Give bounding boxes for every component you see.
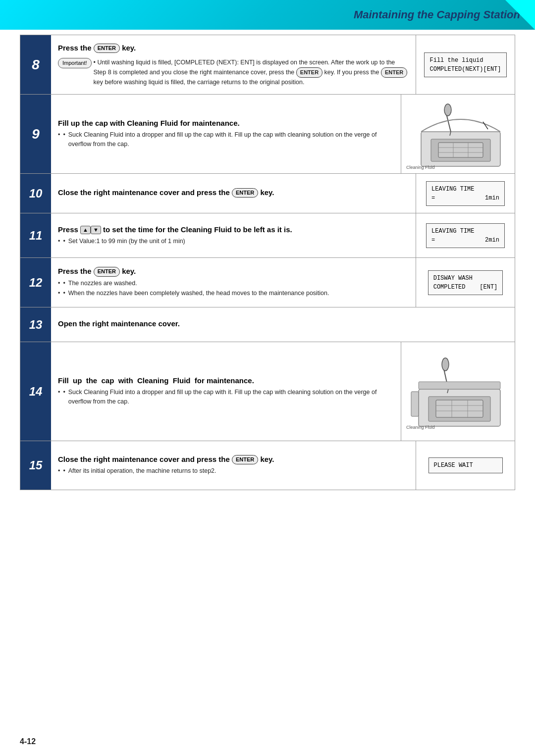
step-display-8: Fill the liquidCOMPLETED(NEXT)[ENT] [416,35,515,94]
content-area: 8 Press the ENTER key. Important! • Unti… [20,35,515,726]
step-display-12: DISWAY WASHCOMPLETED [ENT] [416,258,515,307]
svg-text:Cleaning Fluid: Cleaning Fluid [406,425,435,430]
step-title-12: Press the ENTER key. [58,266,409,277]
step-row-8: 8 Press the ENTER key. Important! • Unti… [20,35,515,94]
important-badge-8: Important! [58,58,92,68]
step-display-15: PLEASE WAIT [416,441,515,490]
step-num-15: 15 [20,441,51,490]
svg-rect-13 [436,400,483,417]
step-num-14: 14 [20,342,51,441]
lcd-11: LEAVING TIME= 2min [426,223,505,248]
step-title-9: Fill up the cap with Cleaning Fluid for … [58,118,394,128]
step-content-14: Fill up the cap with Cleaning Fluid for … [51,342,401,441]
machine-svg-14: Cleaning Fluid [406,352,510,431]
lcd-12: DISWAY WASHCOMPLETED [ENT] [428,270,503,295]
step-row-15: 15 Close the right maintenance cover and… [20,441,515,490]
page-number: 4-12 [20,737,36,746]
step-display-11: LEAVING TIME= 2min [416,213,515,257]
step-body-12a: • The nozzles are washed. [58,279,409,288]
step-row-12: 12 Press the ENTER key. • The nozzles ar… [20,257,515,307]
enter-key-10: ENTER [232,188,258,198]
enter-key-12: ENTER [94,267,120,276]
step-body-9: • Suck Cleaning Fluid into a dropper and… [58,130,394,149]
enter-key-8: ENTER [94,44,120,53]
enter-key-15: ENTER [232,455,258,464]
step-title-13: Open the right maintenance cover. [58,318,508,329]
step-title-11: Press ▲▼ to set the time for the Cleanin… [58,224,409,235]
machine-svg-9: Cleaning Fluid [406,97,510,171]
step-body-14: • Suck Cleaning Fluid into a dropper and… [58,388,394,406]
step-num-12: 12 [20,258,51,307]
machine-illustration-9: Cleaning Fluid [401,95,515,173]
step-row-14: 14 Fill up the cap with Cleaning Fluid f… [20,342,515,441]
arrow-up-key-11: ▲ [80,226,91,234]
step-title-15: Close the right maintenance cover and pr… [58,454,409,465]
step-num-11: 11 [20,213,51,257]
step-content-8: Press the ENTER key. Important! • Until … [51,35,416,94]
step-display-10: LEAVING TIME= 1min [416,174,515,213]
enter-key-8b: ENTER [296,67,322,78]
enter-key-8c: ENTER [381,67,407,78]
step-content-10: Close the right maintenance cover and pr… [51,174,416,213]
step-title-8: Press the ENTER key. [58,43,409,53]
step-content-11: Press ▲▼ to set the time for the Cleanin… [51,213,416,257]
step-content-13: Open the right maintenance cover. [51,307,515,342]
svg-rect-2 [438,143,483,157]
svg-rect-21 [411,392,419,416]
step-row-11: 11 Press ▲▼ to set the time for the Clea… [20,213,515,257]
header-bar: Maintaining the Capping Station [0,0,535,30]
step-content-12: Press the ENTER key. • The nozzles are w… [51,258,416,307]
svg-point-19 [442,358,449,371]
step-body-12b: • When the nozzles have been completely … [58,289,409,298]
step-content-9: Fill up the cap with Cleaning Fluid for … [51,95,401,173]
step-note-8: Important! • Until washing liquid is fil… [58,58,409,87]
step-num-13: 13 [20,307,51,342]
step-title-10: Close the right maintenance cover and pr… [58,187,409,198]
svg-point-8 [444,104,451,116]
step-body-11: • Set Value:1 to 99 min (by the unit of … [58,237,409,246]
svg-text:Cleaning Fluid: Cleaning Fluid [406,165,435,170]
header-title: Maintaining the Capping Station [354,8,520,21]
step-content-15: Close the right maintenance cover and pr… [51,441,416,490]
step-row-10: 10 Close the right maintenance cover and… [20,173,515,213]
arrow-down-key-11: ▼ [91,226,101,234]
step-body-15: • After its initial operation, the machi… [58,466,409,476]
step-num-8: 8 [20,35,51,94]
machine-illustration-14: Cleaning Fluid [401,342,515,441]
step-row-9: 9 Fill up the cap with Cleaning Fluid fo… [20,94,515,173]
step-title-14: Fill up the cap with Cleaning Fluid for … [58,375,394,386]
step-display-14: Cleaning Fluid [401,342,515,441]
step-num-10: 10 [20,174,51,213]
svg-rect-22 [419,382,500,389]
step-row-13: 13 Open the right maintenance cover. [20,307,515,342]
lcd-8: Fill the liquidCOMPLETED(NEXT)[ENT] [424,52,506,77]
lcd-15: PLEASE WAIT [428,457,503,473]
lcd-10: LEAVING TIME= 1min [426,181,505,206]
step-display-9: Cleaning Fluid [401,95,515,173]
step-num-9: 9 [20,95,51,173]
